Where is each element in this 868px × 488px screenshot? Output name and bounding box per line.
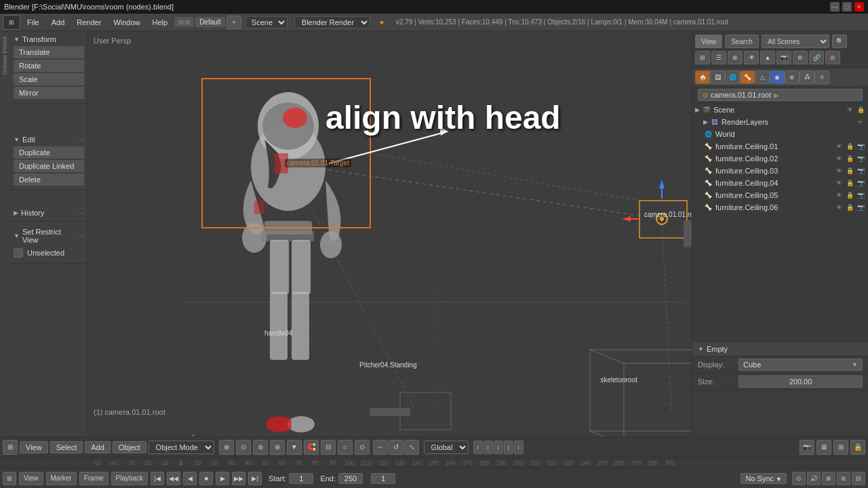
tl-marker-btn[interactable]: Marker <box>46 472 77 485</box>
tl-icon2[interactable]: 🔊 <box>807 472 821 485</box>
outliner-ceiling01[interactable]: 🦴 furniture.Ceiling.01 👁 🔒 📷 <box>701 140 868 152</box>
prop-mesh-icon[interactable]: △ <box>755 70 770 84</box>
lock-icon[interactable]: 🔒 <box>850 440 865 455</box>
outliner-restrict-icon[interactable]: ⊗ <box>728 51 743 64</box>
snap3[interactable]: | <box>494 441 503 454</box>
edit-header[interactable]: ▼ Edit ··· <box>9 134 88 145</box>
layout-add-btn[interactable]: + <box>226 16 241 29</box>
move-icon[interactable]: ↔ <box>373 440 388 455</box>
layout-icons[interactable]: ⊞ ⊞ <box>174 17 194 27</box>
translate-btn[interactable]: Translate <box>14 46 84 58</box>
outliner-link-icon[interactable]: 🔗 <box>809 51 824 64</box>
layout-name[interactable]: Default <box>195 17 225 27</box>
rotate-btn[interactable]: Rotate <box>14 60 84 72</box>
outliner-renderlayers[interactable]: ▶ 🖼 RenderLayers ✏ <box>701 116 868 128</box>
play-btn[interactable]: ▶ <box>216 472 229 485</box>
prop-physics-icon[interactable]: ⚛ <box>814 70 829 84</box>
ceiling03-render[interactable]: 📷 <box>856 166 865 176</box>
global-dropdown[interactable]: Global <box>424 441 469 454</box>
outliner-extra-icon[interactable]: ⊘ <box>825 51 840 64</box>
rotate-icon-btn[interactable]: ↺ <box>389 440 403 455</box>
next-frame-btn[interactable]: ▶▶ <box>232 472 245 485</box>
camera-view-icon[interactable]: 📷 <box>800 440 814 455</box>
prop-data-icon[interactable]: ⊕ <box>785 70 800 84</box>
timeline-editor-icon[interactable]: ⊞ <box>3 472 16 485</box>
outliner-ceiling04[interactable]: 🦴 furniture.Ceiling.04 👁 🔒 📷 <box>701 177 868 189</box>
orientation-icon-1[interactable]: ⊕ <box>219 440 234 455</box>
snap5[interactable]: | <box>514 441 524 454</box>
outliner-more-icon[interactable]: ⊕ <box>793 51 808 64</box>
select-btn[interactable]: Select <box>50 441 83 453</box>
stop-btn[interactable]: ■ <box>199 472 213 485</box>
view-btn[interactable]: View <box>20 441 48 453</box>
delete-btn[interactable]: Delete <box>14 174 84 186</box>
ceiling06-render[interactable]: 📷 <box>856 203 865 212</box>
ceiling01-lock[interactable]: 🔒 <box>845 142 854 151</box>
snap2[interactable]: | <box>484 441 493 454</box>
pivot-icon[interactable]: ⊛ <box>270 440 285 455</box>
ceiling04-eye[interactable]: 👁 <box>834 178 844 188</box>
ceiling02-render[interactable]: 📷 <box>856 154 865 163</box>
empty-section-header[interactable]: ▼ Empty <box>692 342 868 357</box>
pivot-dropdown-icon[interactable]: ▼ <box>287 440 302 455</box>
window-controls[interactable]: — □ ✕ <box>830 2 864 12</box>
menu-render[interactable]: Render <box>71 17 106 28</box>
right-view-tab[interactable]: View <box>695 35 722 48</box>
outliner-sel-icon[interactable]: ▲ <box>760 51 775 64</box>
transform-header[interactable]: ▼ Transform <box>9 34 88 45</box>
prop-obj-icon[interactable]: 🦴 <box>740 70 755 84</box>
tl-view-btn[interactable]: View <box>19 472 43 485</box>
mirror-btn[interactable]: Mirror <box>14 87 84 99</box>
history-header[interactable]: ▶ History ··· <box>9 207 88 218</box>
editor-type-icon[interactable]: ⊞ <box>3 15 20 30</box>
menu-add[interactable]: Add <box>46 17 71 28</box>
outliner-render-icon[interactable]: 📷 <box>776 51 791 64</box>
tl-frame-btn[interactable]: Frame <box>79 472 108 485</box>
ceiling04-render[interactable]: 📷 <box>856 178 865 188</box>
no-sync-dropdown[interactable]: No Sync ▼ <box>741 473 787 484</box>
ceiling05-render[interactable]: 📷 <box>856 190 865 200</box>
menu-file[interactable]: File <box>22 17 45 28</box>
outliner-world[interactable]: 🌐 World <box>701 128 868 140</box>
ceiling02-eye[interactable]: 👁 <box>834 154 844 163</box>
snap4[interactable]: | <box>504 441 513 454</box>
outliner-types-icon[interactable]: ⊞ <box>695 51 710 64</box>
scale-btn[interactable]: Scale <box>14 73 84 85</box>
scene-lock-icon[interactable]: 🔒 <box>856 105 865 115</box>
ceiling02-lock[interactable]: 🔒 <box>845 154 854 163</box>
render-engine-selector[interactable]: Blender Render <box>294 16 370 28</box>
outliner-ceiling03[interactable]: 🦴 furniture.Ceiling.03 👁 🔒 📷 <box>701 165 868 177</box>
prop-material-icon[interactable]: ◉ <box>770 70 785 84</box>
outliner-scene[interactable]: ▶ 🎬 Scene 👁 🔒 <box>692 104 868 116</box>
tl-playback-btn[interactable]: Playback <box>111 472 149 485</box>
maximize-btn[interactable]: □ <box>842 2 852 12</box>
search-icon-btn[interactable]: 🔍 <box>832 35 847 48</box>
prop-edit-icon[interactable]: ○ <box>338 440 353 455</box>
start-frame-input[interactable] <box>289 473 313 484</box>
ceiling06-lock[interactable]: 🔒 <box>845 203 854 212</box>
editor-type-btn[interactable]: ⊞ <box>3 440 18 455</box>
prop-renderlayer-icon[interactable]: 🖼 <box>710 70 725 84</box>
size-value[interactable]: 200.00 <box>738 375 863 388</box>
outliner-ceiling02[interactable]: 🦴 furniture.Ceiling.02 👁 🔒 📷 <box>701 152 868 165</box>
prev-frame-btn[interactable]: ◀◀ <box>167 472 180 485</box>
close-btn[interactable]: ✕ <box>854 2 864 12</box>
duplicate-btn[interactable]: Duplicate <box>14 146 84 159</box>
current-frame-input[interactable] <box>371 473 395 484</box>
prop-edit2-icon[interactable]: ⊙ <box>355 440 370 455</box>
ceiling04-lock[interactable]: 🔒 <box>845 178 854 188</box>
scene-selector[interactable]: Scene <box>245 16 288 28</box>
tl-icon5[interactable]: ⊟ <box>852 472 865 485</box>
prop-scene-icon[interactable]: 🏠 <box>695 70 710 84</box>
end-frame-input[interactable] <box>338 473 363 484</box>
menu-help[interactable]: Help <box>147 17 174 28</box>
prop-particle-icon[interactable]: ⁂ <box>800 70 814 84</box>
snap1[interactable]: | <box>473 441 483 454</box>
rl-edit-icon[interactable]: ✏ <box>856 117 865 127</box>
snap-icon[interactable]: ⊟ <box>321 440 336 455</box>
play-reverse-btn[interactable]: ◀ <box>183 472 197 485</box>
orientation-icon-2[interactable]: ⊙ <box>236 440 251 455</box>
all-scenes-dropdown[interactable]: All Scenes <box>762 35 829 48</box>
add-btn[interactable]: Add <box>85 441 111 453</box>
viewport-vscroll[interactable] <box>684 220 692 247</box>
